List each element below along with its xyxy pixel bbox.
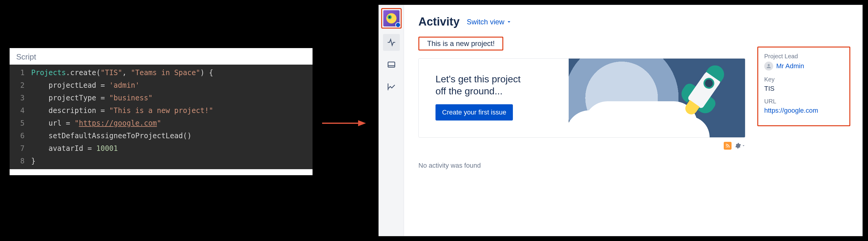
onboarding-illustration — [569, 59, 745, 137]
line-number: 2 — [9, 79, 31, 92]
card-settings-button[interactable] — [735, 143, 745, 149]
onboarding-text-area: Let's get this project off the ground...… — [419, 59, 569, 137]
svg-marker-1 — [358, 120, 366, 126]
no-activity-text: No activity was found — [418, 162, 745, 169]
project-info-highlight: Project Lead Mr Admin Key TIS URL https:… — [757, 47, 850, 126]
project-key-value: TIS — [764, 85, 843, 92]
code-line[interactable]: 6 setDefaultAssigneeToProjectLead() — [9, 130, 313, 142]
project-lead-label: Project Lead — [764, 53, 843, 60]
line-number: 6 — [9, 130, 31, 142]
project-url-label: URL — [764, 98, 843, 105]
code-text: projectLead = 'admin' — [31, 79, 140, 92]
chevron-down-icon — [742, 144, 745, 148]
card-footer — [418, 142, 745, 150]
svg-point-4 — [726, 146, 727, 148]
rss-icon[interactable] — [724, 142, 732, 150]
code-text: url = "https://google.com" — [31, 117, 161, 130]
line-number: 3 — [9, 92, 31, 104]
code-text: } — [31, 155, 35, 167]
project-url-link[interactable]: https://google.com — [764, 107, 843, 114]
code-text: avatarId = 10001 — [31, 142, 118, 155]
code-text: projectType = "business" — [31, 92, 153, 104]
script-panel-title: Script — [9, 48, 313, 64]
script-panel: Script 1Projects.create("TIS", "Teams in… — [9, 48, 313, 175]
project-key-label: Key — [764, 76, 843, 83]
avatar-icon — [764, 62, 773, 71]
create-first-issue-button[interactable]: Create your first issue — [435, 104, 513, 121]
onboarding-heading: Let's get this project off the ground... — [435, 73, 569, 97]
project-description: This is a new project! — [427, 39, 495, 48]
line-number: 4 — [9, 104, 31, 117]
code-line[interactable]: 3 projectType = "business" — [9, 92, 313, 104]
code-text: Projects.create("TIS", "Teams in Space")… — [31, 66, 213, 79]
project-sidebar — [379, 5, 404, 236]
project-description-highlight: This is a new project! — [418, 37, 503, 51]
switch-view-label: Switch view — [467, 18, 504, 26]
project-lead-row: Mr Admin — [764, 62, 843, 71]
code-line[interactable]: 1Projects.create("TIS", "Teams in Space"… — [9, 66, 313, 79]
code-line[interactable]: 2 projectLead = 'admin' — [9, 79, 313, 92]
code-line[interactable]: 4 description = "This is a new project!" — [9, 104, 313, 117]
code-line[interactable]: 7 avatarId = 10001 — [9, 142, 313, 155]
activity-header: Activity Switch view — [418, 15, 745, 28]
svg-rect-2 — [388, 62, 395, 67]
line-number: 1 — [9, 66, 31, 79]
sidebar-reports-icon[interactable] — [383, 78, 400, 95]
code-text: setDefaultAssigneeToProjectLead() — [31, 130, 192, 142]
project-avatar-highlight — [381, 8, 402, 29]
chevron-down-icon — [506, 19, 512, 25]
project-lead-link[interactable]: Mr Admin — [776, 62, 804, 70]
code-text: description = "This is a new project!" — [31, 104, 213, 117]
line-number: 5 — [9, 117, 31, 130]
sidebar-board-icon[interactable] — [383, 56, 400, 73]
arrow-icon — [321, 117, 366, 129]
jira-content: Activity Switch view This is a new proje… — [418, 15, 745, 230]
gear-icon — [735, 143, 741, 149]
code-line[interactable]: 8} — [9, 155, 313, 167]
line-number: 8 — [9, 155, 31, 167]
onboarding-card: Let's get this project off the ground...… — [418, 58, 745, 138]
code-line[interactable]: 5 url = "https://google.com" — [9, 117, 313, 130]
project-avatar[interactable] — [383, 10, 400, 26]
line-number: 7 — [9, 142, 31, 155]
jira-main: Activity Switch view This is a new proje… — [404, 5, 862, 236]
switch-view-link[interactable]: Switch view — [467, 18, 512, 26]
code-editor[interactable]: 1Projects.create("TIS", "Teams in Space"… — [9, 64, 313, 169]
sidebar-activity-icon[interactable] — [383, 34, 400, 51]
page-title: Activity — [418, 15, 460, 28]
jira-activity-panel: Activity Switch view This is a new proje… — [378, 5, 863, 236]
